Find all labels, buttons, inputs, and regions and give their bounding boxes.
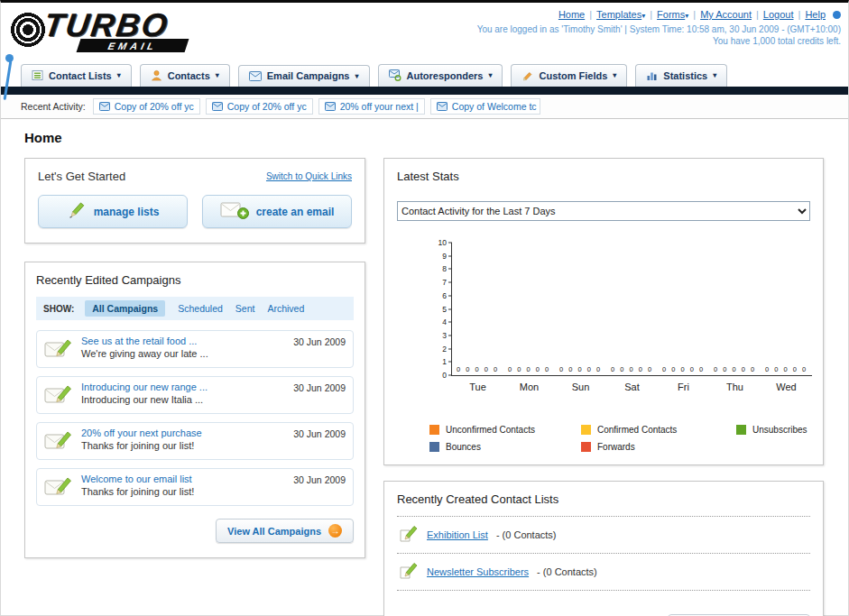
campaign-subtitle: Introducing our new Italia ... xyxy=(81,394,285,405)
top-link-forms[interactable]: Forms ▾ xyxy=(657,9,688,20)
legend-label: Confirmed Contacts xyxy=(597,425,677,435)
top-nav-separator: | xyxy=(693,9,696,20)
chevron-down-icon: ▾ xyxy=(641,12,645,20)
contact-list-row[interactable]: Exhibition List - (0 Contacts) xyxy=(397,517,810,554)
legend-item-forwards: Forwards xyxy=(581,442,736,452)
chart-plot-area: 0123456789100 0 0 0 0Tue0 0 0 0 0Mon0 0 … xyxy=(451,243,812,376)
campaign-filters: All CampaignsScheduledSentArchived xyxy=(85,300,304,317)
nav-tab-statistics[interactable]: Statistics▾ xyxy=(635,64,727,87)
chart-category-label: Fri xyxy=(658,382,709,392)
campaign-date: 30 Jun 2009 xyxy=(293,382,346,393)
nav-tab-email-campaigns[interactable]: Email Campaigns▾ xyxy=(238,65,370,87)
top-nav-separator: | xyxy=(798,9,801,20)
campaign-date: 30 Jun 2009 xyxy=(293,473,346,485)
envelope-icon xyxy=(212,102,223,111)
logo-banner: EMAIL xyxy=(77,39,189,52)
legend-item-unsubscribes: Unsubscribes xyxy=(736,425,849,435)
legend-swatch xyxy=(429,425,439,435)
nav-tab-label: Contacts xyxy=(168,70,210,81)
header: TURBO EMAIL Home|Templates ▾|Forms ▾|My … xyxy=(1,3,848,59)
manage-lists-button[interactable]: manage lists xyxy=(38,195,188,228)
top-link-help[interactable]: Help xyxy=(805,9,826,20)
envelope-icon xyxy=(325,102,336,111)
contact-list-count: - (0 Contacts) xyxy=(496,529,557,540)
email-edit-icon xyxy=(44,474,73,500)
left-column: Let's Get Started Switch to Quick Links … xyxy=(24,158,365,558)
top-link-home[interactable]: Home xyxy=(558,9,585,20)
envelope-icon xyxy=(437,102,448,111)
legend-swatch xyxy=(581,442,591,452)
envelope-icon xyxy=(249,71,262,81)
legend-swatch xyxy=(581,425,591,435)
recent-activity-item[interactable]: Copy of 20% off yc xyxy=(93,98,200,115)
legend-swatch xyxy=(736,425,746,435)
recent-activity-item[interactable]: Copy of 20% off yc xyxy=(206,98,313,115)
campaign-title-link[interactable]: See us at the retail food ... xyxy=(81,336,285,346)
create-email-label: create an email xyxy=(256,206,335,218)
stats-panel-title: Latest Stats xyxy=(397,170,810,183)
nav-tab-label: Autoresponders xyxy=(407,70,484,81)
chart-y-tick-label: 2 xyxy=(442,345,447,354)
top-nav-separator: | xyxy=(589,9,592,20)
chart-category-label: Mon xyxy=(503,382,555,392)
recent-activity-item[interactable]: Copy of Welcome tc xyxy=(430,98,540,115)
campaign-title-link[interactable]: Introducing our new range ... xyxy=(81,382,285,392)
switch-to-quick-links[interactable]: Switch to Quick Links xyxy=(266,171,352,181)
legend-item-confirmed-contacts: Confirmed Contacts xyxy=(581,425,736,435)
top-link-templates[interactable]: Templates ▾ xyxy=(596,9,645,20)
manage-lists-label: manage lists xyxy=(94,206,160,218)
campaign-subtitle: We're giving away our late ... xyxy=(81,348,285,359)
nav-tab-autoresponders[interactable]: Autoresponders▾ xyxy=(378,64,503,87)
chevron-down-icon: ▾ xyxy=(685,12,688,20)
campaign-row[interactable]: Introducing our new range ...Introducing… xyxy=(36,376,354,414)
chart-y-tick-label: 8 xyxy=(442,264,447,273)
turbo-email-logo: TURBO EMAIL xyxy=(8,5,234,55)
contact-list-link[interactable]: Newsletter Subscribers xyxy=(427,566,529,577)
top-link-my-account[interactable]: My Account xyxy=(700,9,752,20)
pencil-icon xyxy=(67,200,87,223)
campaign-info: Introducing our new range ...Introducing… xyxy=(81,382,285,405)
campaign-row[interactable]: 20% off your next purchaseThanks for joi… xyxy=(36,422,354,460)
campaign-filter-all-campaigns[interactable]: All Campaigns xyxy=(85,300,165,317)
view-all-campaigns-label: View All Campaigns xyxy=(227,526,321,537)
campaign-subtitle: Thanks for joining our list! xyxy=(81,440,285,451)
stats-range-select[interactable]: Contact Activity for the Last 7 Days xyxy=(397,201,810,221)
contact-list-row[interactable]: Newsletter Subscribers - (0 Contacts) xyxy=(397,554,810,591)
chart-bar-values: 0 0 0 0 0 xyxy=(555,365,606,373)
create-email-button[interactable]: create an email xyxy=(202,195,352,228)
nav-tab-label: Contact Lists xyxy=(49,70,112,81)
chevron-down-icon: ▾ xyxy=(355,72,358,80)
contact-activity-chart: 0123456789100 0 0 0 0Tue0 0 0 0 0Mon0 0 … xyxy=(420,239,817,412)
stats-icon xyxy=(646,69,658,81)
legend-label: Forwards xyxy=(597,442,635,452)
nav-tab-contact-lists[interactable]: Contact Lists▾ xyxy=(21,64,132,87)
campaign-filter-archived[interactable]: Archived xyxy=(267,303,304,314)
campaign-row[interactable]: Welcome to our email listThanks for join… xyxy=(36,468,354,506)
campaign-row[interactable]: See us at the retail food ...We're givin… xyxy=(36,330,354,368)
campaign-info: 20% off your next purchaseThanks for joi… xyxy=(81,428,285,451)
nav-tab-label: Email Campaigns xyxy=(267,70,350,81)
campaign-title-link[interactable]: Welcome to our email list xyxy=(81,473,285,484)
chart-bar-values: 0 0 0 0 0 xyxy=(452,365,503,373)
top-link-logout[interactable]: Logout xyxy=(763,9,794,20)
campaign-filter-sent[interactable]: Sent xyxy=(235,303,255,314)
nav-tab-custom-fields[interactable]: Custom Fields▾ xyxy=(511,64,627,87)
view-all-campaigns-button[interactable]: View All Campaigns → xyxy=(216,519,354,543)
chart-category-label: Wed xyxy=(761,382,812,392)
main-content: Home Let's Get Started Switch to Quick L… xyxy=(1,119,848,616)
autoresponder-icon xyxy=(389,69,401,81)
chevron-down-icon: ▾ xyxy=(117,71,121,79)
list-icon xyxy=(32,69,43,81)
login-info: You are logged in as 'Timothy Smith' | S… xyxy=(477,24,841,34)
campaign-title-link[interactable]: 20% off your next purchase xyxy=(81,428,285,438)
arrow-right-icon: → xyxy=(328,524,342,538)
activity-items: Copy of 20% off ycCopy of 20% off yc20% … xyxy=(93,98,540,115)
recent-activity-item[interactable]: 20% off your next | xyxy=(318,98,425,115)
header-right: Home|Templates ▾|Forms ▾|My Account|Logo… xyxy=(477,9,841,46)
chart-y-tick-label: 6 xyxy=(442,291,447,300)
campaign-filter-scheduled[interactable]: Scheduled xyxy=(178,303,223,314)
nav-tab-contacts[interactable]: Contacts▾ xyxy=(140,64,230,87)
contact-list-link[interactable]: Exhibition List xyxy=(427,529,488,540)
page-title: Home xyxy=(24,130,825,145)
chart-legend: Unconfirmed ContactsConfirmed ContactsUn… xyxy=(429,425,810,452)
